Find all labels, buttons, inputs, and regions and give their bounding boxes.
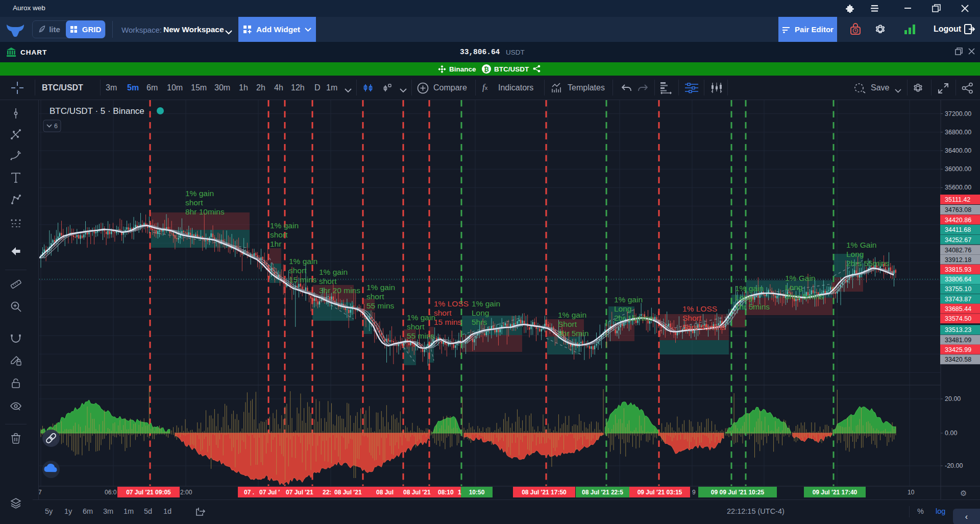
svg-text:34082.76: 34082.76 <box>945 247 971 254</box>
svg-text:1% LOSS: 1% LOSS <box>682 304 717 313</box>
svg-text:22:: 22: <box>323 489 331 496</box>
svg-text:36000.00: 36000.00 <box>945 165 971 173</box>
svg-text:06:0: 06:0 <box>105 489 117 496</box>
svg-text:1% gain: 1% gain <box>735 284 764 293</box>
svg-text:1% gain: 1% gain <box>319 268 348 276</box>
svg-text:34763.08: 34763.08 <box>945 206 971 213</box>
svg-text:1% gain: 1% gain <box>558 311 586 319</box>
svg-text:09 09 Jul ′21 10:25: 09 09 Jul ′21 10:25 <box>711 489 765 496</box>
svg-text:Long: Long <box>785 283 802 292</box>
svg-text:36400.00: 36400.00 <box>945 147 971 154</box>
svg-text:1hr 5mins: 1hr 5mins <box>735 302 770 311</box>
svg-text:short: short <box>434 308 452 317</box>
svg-text:3hr 20 mins: 3hr 20 mins <box>319 286 360 295</box>
svg-text:Short: Short <box>558 320 577 328</box>
svg-text:8hr 10mins: 8hr 10mins <box>185 207 225 216</box>
svg-text:08 Jul ′21 22:5: 08 Jul ′21 22:5 <box>582 489 623 496</box>
svg-text:1% gain: 1% gain <box>407 313 435 322</box>
svg-text:55 mins: 55 mins <box>366 301 395 310</box>
svg-text:33815.93: 33815.93 <box>945 266 971 273</box>
svg-text:-20.00: -20.00 <box>945 462 963 469</box>
svg-text:BTC/USDT · 5 · Binance: BTC/USDT · 5 · Binance <box>50 106 144 116</box>
svg-text:1% gain: 1% gain <box>270 221 299 230</box>
svg-text:short: short <box>270 230 288 239</box>
svg-text:07 Jul ′: 07 Jul ′ <box>259 489 280 496</box>
svg-text:Short: Short <box>682 314 702 322</box>
svg-text:09 Jul ′21 17:40: 09 Jul ′21 17:40 <box>813 489 857 496</box>
svg-text:7: 7 <box>38 489 42 496</box>
svg-text:34411.68: 34411.68 <box>945 226 971 233</box>
svg-text:07 .: 07 . <box>244 489 254 496</box>
svg-text:1% gain: 1% gain <box>472 299 500 308</box>
svg-text:0.00: 0.00 <box>945 430 957 437</box>
svg-text:short: short <box>289 266 307 275</box>
svg-text:Long: Long <box>472 308 489 317</box>
svg-text:short: short <box>407 322 425 331</box>
svg-text:08 Jul: 08 Jul <box>376 489 394 496</box>
svg-text:1% gain: 1% gain <box>614 295 643 304</box>
svg-text:08:10: 08:10 <box>438 489 454 496</box>
svg-text:₿: ₿ <box>484 66 489 73</box>
svg-text:1hr: 1hr <box>270 240 281 248</box>
svg-text:33420.58: 33420.58 <box>945 356 971 363</box>
svg-text:2hr 15mins: 2hr 15mins <box>614 314 653 322</box>
svg-text:08 Jul ′21: 08 Jul ′21 <box>334 489 362 496</box>
svg-text:36800.00: 36800.00 <box>945 129 971 136</box>
svg-text:6: 6 <box>54 123 58 130</box>
svg-text:9: 9 <box>692 489 696 496</box>
svg-text:09 Jul ′21 03:15: 09 Jul ′21 03:15 <box>638 489 682 496</box>
svg-text:3hrs 5mins: 3hrs 5mins <box>785 292 824 301</box>
svg-text:short: short <box>319 277 337 285</box>
svg-text:07 Jul ′21 09:05: 07 Jul ′21 09:05 <box>126 489 171 496</box>
svg-text:2hrs 55mins: 2hrs 55mins <box>846 259 890 268</box>
svg-text:Long: Long <box>735 293 752 302</box>
svg-text:15 mins: 15 mins <box>289 275 317 284</box>
svg-text:37200.00: 37200.00 <box>945 110 971 117</box>
svg-text:15 mins: 15 mins <box>434 318 462 326</box>
svg-text:1% gain: 1% gain <box>289 257 317 266</box>
svg-text:33912.18: 33912.18 <box>945 256 971 264</box>
svg-text:33685.44: 33685.44 <box>945 305 971 313</box>
svg-text:short: short <box>185 198 203 207</box>
svg-text:5hrs: 5hrs <box>472 318 487 326</box>
svg-text:33425.99: 33425.99 <box>945 346 971 353</box>
svg-text:⚙: ⚙ <box>960 489 967 497</box>
svg-text:10: 10 <box>908 489 915 496</box>
svg-text:5hrs 45mins: 5hrs 45mins <box>682 323 726 331</box>
svg-text:08 Jul ′21: 08 Jul ′21 <box>403 489 431 496</box>
svg-text:33806.64: 33806.64 <box>945 276 971 283</box>
svg-text:34252.67: 34252.67 <box>945 236 971 244</box>
svg-text:35111.42: 35111.42 <box>945 196 970 203</box>
svg-text:33743.87: 33743.87 <box>945 296 971 303</box>
svg-text:20.00: 20.00 <box>945 395 961 402</box>
svg-text:35600.00: 35600.00 <box>945 184 971 191</box>
svg-text:33481.09: 33481.09 <box>945 337 971 344</box>
svg-text:Long: Long <box>846 250 864 258</box>
svg-text:1% gain: 1% gain <box>185 189 214 198</box>
svg-text:1% Gain: 1% Gain <box>785 274 815 282</box>
svg-text:33755.10: 33755.10 <box>945 285 971 293</box>
svg-text:33513.23: 33513.23 <box>945 326 971 334</box>
svg-text:55 mins: 55 mins <box>407 331 435 340</box>
svg-text:07 Jul ′21: 07 Jul ′21 <box>286 489 313 496</box>
svg-text:Long: Long <box>614 304 631 313</box>
svg-text:short: short <box>366 292 384 301</box>
svg-text:3hr 5min: 3hr 5min <box>558 329 589 338</box>
svg-text:1% LOSS: 1% LOSS <box>434 299 469 308</box>
svg-text:2:00: 2:00 <box>180 489 192 496</box>
svg-text:1% gain: 1% gain <box>366 283 395 292</box>
svg-text:08 Jul ′21 17:50: 08 Jul ′21 17:50 <box>522 489 567 496</box>
svg-text:1% Gain: 1% Gain <box>846 241 876 249</box>
svg-text:1: 1 <box>458 489 461 496</box>
svg-text:33574.50: 33574.50 <box>945 315 971 322</box>
svg-text:34420.86: 34420.86 <box>945 217 971 224</box>
svg-text:10:50: 10:50 <box>469 489 485 496</box>
